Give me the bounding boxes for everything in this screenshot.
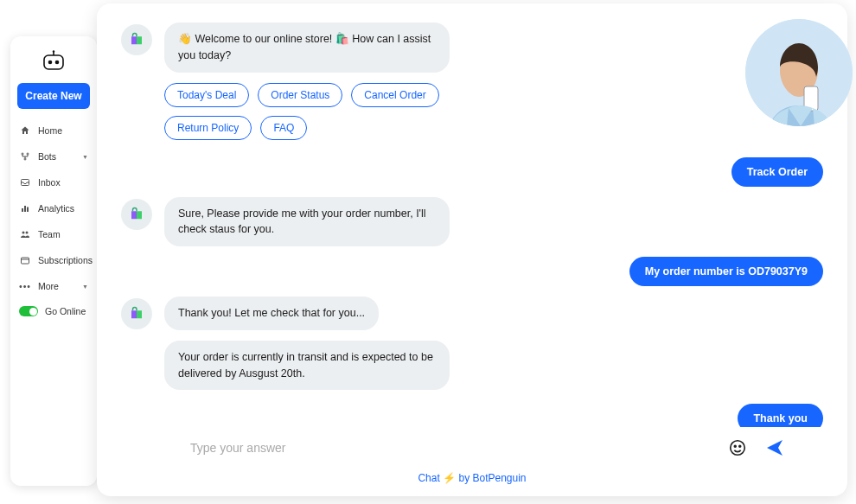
analytics-icon (19, 202, 31, 214)
smile-icon (728, 438, 747, 457)
svg-point-23 (734, 445, 736, 447)
user-message-row: Track Order (121, 157, 823, 187)
bag-icon (129, 306, 144, 322)
sidebar-item-bots[interactable]: Bots ▼ (10, 144, 97, 169)
chat-panel: 👋 Welcome to our online store! 🛍️ How ca… (97, 3, 847, 496)
go-online-toggle[interactable] (19, 306, 38, 316)
svg-point-4 (53, 50, 54, 52)
quick-reply-chips: Today's Deal Order Status Cancel Order R… (164, 83, 476, 140)
user-message-row: Thank you (121, 404, 823, 427)
sidebar-item-label: Home (38, 125, 62, 136)
svg-rect-9 (22, 208, 23, 212)
send-button[interactable] (761, 434, 789, 462)
bot-message-row: Sure, Please provide me with your order … (121, 197, 823, 247)
sidebar-item-label: Team (38, 229, 61, 239)
inbox-icon (19, 176, 31, 188)
create-new-button[interactable]: Create New (17, 83, 90, 109)
send-icon (764, 437, 785, 458)
svg-rect-11 (27, 207, 29, 213)
bot-avatar (121, 24, 152, 55)
team-icon (19, 228, 31, 240)
svg-rect-21 (137, 310, 142, 318)
bot-message-bubble: Thank you! Let me check that for you... (164, 297, 379, 330)
svg-point-6 (27, 153, 29, 155)
home-icon (19, 124, 31, 137)
bot-avatar (121, 199, 152, 230)
svg-rect-19 (137, 211, 142, 219)
brand-logo (10, 45, 97, 83)
svg-rect-10 (24, 206, 26, 212)
sidebar: Create New Home Bots ▼ Inbox Analytics T… (10, 36, 97, 486)
svg-point-1 (48, 61, 53, 65)
svg-point-22 (731, 441, 745, 456)
bot-message-bubble: 👋 Welcome to our online store! 🛍️ How ca… (164, 22, 450, 73)
sidebar-item-subscriptions[interactable]: Subscriptions (10, 247, 97, 273)
chip-todays-deal[interactable]: Today's Deal (164, 83, 249, 107)
chip-return-policy[interactable]: Return Policy (164, 116, 252, 140)
svg-rect-20 (131, 310, 137, 318)
bot-logo-icon (42, 50, 65, 73)
chip-faq[interactable]: FAQ (260, 116, 307, 140)
bag-icon (129, 32, 144, 48)
svg-rect-18 (131, 211, 137, 219)
svg-rect-14 (22, 258, 29, 264)
svg-point-2 (55, 61, 60, 65)
sidebar-item-more[interactable]: ••• More ▼ (10, 273, 97, 299)
svg-rect-16 (131, 36, 137, 44)
chip-cancel-order[interactable]: Cancel Order (351, 83, 438, 107)
sidebar-item-label: Inbox (38, 177, 61, 188)
subscriptions-icon (19, 254, 31, 266)
chat-scroll: 👋 Welcome to our online store! 🛍️ How ca… (121, 22, 823, 427)
bot-message-row: Thank you! Let me check that for you... (121, 297, 823, 330)
sidebar-item-label: Subscriptions (38, 255, 93, 265)
user-message-bubble: My order number is OD79037Y9 (629, 257, 823, 286)
svg-point-24 (739, 445, 741, 447)
sidebar-item-label: Bots (38, 151, 56, 162)
svg-point-13 (26, 232, 29, 234)
footer-chat-label: Chat (418, 472, 439, 484)
footer-brand: Chat ⚡ by BotPenguin (121, 465, 823, 488)
svg-point-7 (24, 158, 26, 160)
bot-avatar (121, 298, 152, 329)
go-online-toggle-row: Go Online (10, 299, 97, 323)
go-online-label: Go Online (45, 306, 86, 316)
bot-message-bubble: Your order is currently in transit and i… (164, 341, 450, 391)
svg-point-12 (22, 232, 25, 234)
person-with-phone-illustration (745, 19, 853, 126)
svg-point-5 (22, 153, 23, 155)
input-bar (121, 427, 823, 465)
user-message-bubble: Track Order (731, 157, 823, 187)
bot-message-bubble: Sure, Please provide me with your order … (164, 197, 450, 247)
sidebar-item-home[interactable]: Home (10, 118, 97, 144)
sidebar-item-label: More (38, 281, 59, 291)
bot-message-followup: Your order is currently in transit and i… (164, 341, 823, 391)
user-message-bubble: Thank you (738, 404, 823, 427)
bolt-icon: ⚡ (443, 472, 456, 484)
svg-rect-0 (44, 55, 63, 69)
more-icon: ••• (19, 280, 31, 292)
bots-icon (19, 150, 31, 163)
bag-icon (129, 207, 144, 222)
footer-by-label: by BotPenguin (458, 472, 526, 484)
chip-order-status[interactable]: Order Status (258, 83, 342, 107)
hero-avatar (745, 19, 853, 126)
user-message-row: My order number is OD79037Y9 (121, 257, 823, 286)
answer-input[interactable] (190, 436, 714, 460)
svg-rect-17 (137, 36, 142, 44)
chevron-down-icon: ▼ (82, 154, 88, 160)
sidebar-item-team[interactable]: Team (10, 221, 97, 247)
sidebar-item-label: Analytics (38, 203, 74, 214)
sidebar-item-inbox[interactable]: Inbox (10, 169, 97, 195)
sidebar-item-analytics[interactable]: Analytics (10, 195, 97, 221)
bot-message-row: 👋 Welcome to our online store! 🛍️ How ca… (121, 22, 823, 73)
emoji-button[interactable] (725, 435, 751, 461)
chevron-down-icon: ▼ (82, 284, 88, 290)
